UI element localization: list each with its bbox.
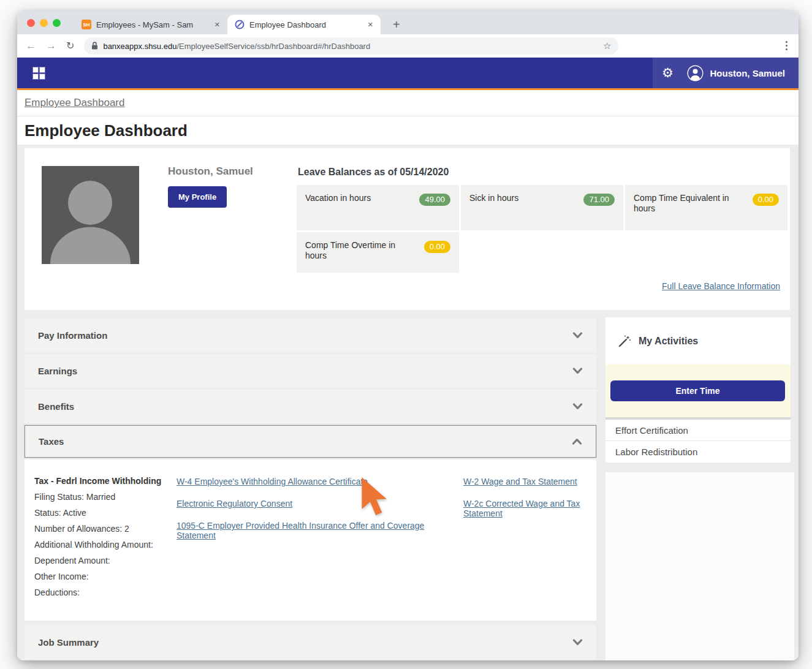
magic-wand-icon xyxy=(618,334,631,348)
url-domain: banxeappx.shsu.edu xyxy=(103,42,176,51)
chevron-down-icon xyxy=(572,401,583,412)
tax-detail-line: Other Income: xyxy=(34,569,161,584)
accordion-label: Earnings xyxy=(38,366,77,376)
breadcrumb-link[interactable]: Employee Dashboard xyxy=(25,97,124,109)
balance-label: Vacation in hours xyxy=(305,193,404,222)
tax-detail-line: Deductions: xyxy=(34,584,161,600)
balance-value-badge: 49.00 xyxy=(419,194,450,206)
accordion-taxes[interactable]: Taxes xyxy=(25,425,596,458)
chevron-down-icon xyxy=(572,637,583,648)
back-button[interactable]: ← xyxy=(26,40,36,52)
minimize-window-button[interactable] xyxy=(40,19,48,27)
settings-gear-icon[interactable]: ⚙ xyxy=(653,66,682,80)
accordion-label: Taxes xyxy=(39,436,64,447)
browser-menu-icon[interactable] xyxy=(783,39,790,53)
accordion-pay-information[interactable]: Pay Information xyxy=(25,319,596,352)
accordion-earnings[interactable]: Earnings xyxy=(25,354,596,388)
taxes-panel: Tax - Fedrl Income Withholding Filing St… xyxy=(25,459,596,621)
bookmark-star-icon[interactable]: ☆ xyxy=(603,40,611,51)
tax-details: Tax - Fedrl Income Withholding Filing St… xyxy=(34,473,161,600)
my-activities-header: My Activities xyxy=(605,317,791,365)
tax-detail-line: Number of Allowances: 2 xyxy=(34,521,161,537)
zoom-window-button[interactable] xyxy=(53,19,61,27)
profile-photo xyxy=(42,166,139,264)
tax-detail-line: Additional Withholding Amount: xyxy=(34,537,161,553)
enter-time-section: Enter Time xyxy=(605,365,791,417)
browser-toolbar: ← → ↻ banxeappx.shsu.edu/EmployeeSelfSer… xyxy=(17,34,799,58)
header-right-group: ⚙ Houston, Samuel xyxy=(653,58,799,88)
app-header: ⚙ Houston, Samuel xyxy=(17,58,799,88)
close-window-button[interactable] xyxy=(27,19,35,27)
tax-detail-line: Tax - Fedrl Income Withholding xyxy=(34,473,161,489)
profile-name: Houston, Samuel xyxy=(168,165,253,178)
employee-summary-card: Houston, Samuel My Profile Leave Balance… xyxy=(25,148,790,310)
tab-strip: SH Employees - MySam - Sam Ho ✕ Employee… xyxy=(17,11,799,34)
balance-value-badge: 0.00 xyxy=(424,241,450,253)
balance-label: Sick in hours xyxy=(469,193,569,222)
balance-card-comp-equivalent: Comp Time Equivalent in hours 0.00 xyxy=(625,185,787,230)
balance-value-badge: 71.00 xyxy=(583,194,615,206)
chevron-down-icon xyxy=(572,366,583,377)
balance-card-sick: Sick in hours 71.00 xyxy=(461,185,623,230)
sh-logo-icon: SH xyxy=(82,20,91,29)
my-activities-panel: My Activities Enter Time Effort Certific… xyxy=(605,317,791,463)
leave-balances-heading: Leave Balances as of 05/14/2020 xyxy=(298,167,449,178)
breadcrumb: Employee Dashboard xyxy=(17,90,799,116)
tab-close-icon[interactable]: ✕ xyxy=(368,21,373,29)
tab-mysam[interactable]: SH Employees - MySam - Sam Ho ✕ xyxy=(74,15,227,34)
balance-card-comp-overtime: Comp Time Overtime in hours 0.00 xyxy=(297,232,459,273)
accordion-group: Pay Information Earnings Benefits Taxes xyxy=(25,319,596,660)
my-activities-heading: My Activities xyxy=(639,336,698,347)
url-bar[interactable]: banxeappx.shsu.edu/EmployeeSelfService/s… xyxy=(84,37,618,55)
tab-title: Employees - MySam - Sam Ho xyxy=(96,20,193,29)
tab-close-icon[interactable]: ✕ xyxy=(214,21,220,29)
url-path: /EmployeeSelfService/ssb/hrDashboard#/hr… xyxy=(176,42,370,51)
ellucian-logo-icon xyxy=(235,20,245,29)
tax-detail-line: Status: Active xyxy=(34,505,161,521)
activity-item-effort-certification[interactable]: Effort Certification xyxy=(605,420,791,441)
user-name: Houston, Samuel xyxy=(710,68,785,78)
balance-card-vacation: Vacation in hours 49.00 xyxy=(297,185,459,230)
accordion-label: Benefits xyxy=(38,401,74,412)
tax-links-column-2: W-2 Wage and Tax Statement W-2c Correcte… xyxy=(463,477,586,531)
tab-title: Employee Dashboard xyxy=(249,20,326,29)
leave-balance-cards: Vacation in hours 49.00 Sick in hours 71… xyxy=(297,185,787,273)
empty-side-panel xyxy=(605,472,794,660)
my-profile-button[interactable]: My Profile xyxy=(168,186,227,208)
page-title: Employee Dashboard xyxy=(17,116,799,145)
enter-time-button[interactable]: Enter Time xyxy=(610,380,785,401)
tax-detail-line: Dependent Amount: xyxy=(34,553,161,569)
tab-employee-dashboard[interactable]: Employee Dashboard ✕ xyxy=(227,15,381,34)
url-text: banxeappx.shsu.edu/EmployeeSelfService/s… xyxy=(103,40,370,51)
chevron-down-icon xyxy=(572,330,583,341)
activity-item-labor-redistribution[interactable]: Labor Redistribution xyxy=(605,441,791,463)
balance-value-badge: 0.00 xyxy=(753,194,779,206)
page-body: Houston, Samuel My Profile Leave Balance… xyxy=(17,145,799,660)
cursor-pointer-icon xyxy=(359,475,389,526)
accordion-label: Pay Information xyxy=(38,330,107,341)
app-menu-grid-icon[interactable] xyxy=(33,67,45,79)
reload-button[interactable]: ↻ xyxy=(66,40,74,51)
user-menu[interactable]: Houston, Samuel xyxy=(682,65,799,81)
browser-window: SH Employees - MySam - Sam Ho ✕ Employee… xyxy=(17,11,799,660)
window-controls xyxy=(27,11,61,34)
full-leave-balance-link[interactable]: Full Leave Balance Information xyxy=(662,281,780,291)
w2c-statement-link[interactable]: W-2c Corrected Wage and Tax Statement xyxy=(463,499,586,518)
accordion-label: Job Summary xyxy=(38,637,99,648)
accordion-benefits[interactable]: Benefits xyxy=(25,390,596,423)
balance-label: Comp Time Overtime in hours xyxy=(305,240,404,265)
user-avatar-icon xyxy=(687,65,704,81)
forward-button[interactable]: → xyxy=(46,40,56,52)
balance-label: Comp Time Equivalent in hours xyxy=(634,193,733,222)
chevron-up-icon xyxy=(572,436,582,447)
new-tab-button[interactable]: + xyxy=(389,15,404,34)
accordion-job-summary[interactable]: Job Summary xyxy=(25,626,596,659)
w2-statement-link[interactable]: W-2 Wage and Tax Statement xyxy=(463,477,586,486)
lock-icon xyxy=(91,42,98,50)
tax-detail-line: Filing Status: Married xyxy=(34,489,161,505)
person-silhouette-icon xyxy=(42,166,139,264)
